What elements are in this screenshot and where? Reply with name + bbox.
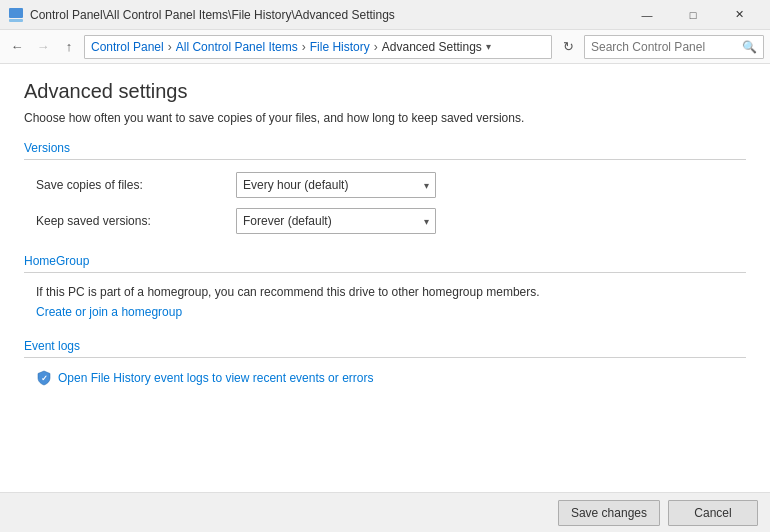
breadcrumb-current: Advanced Settings [382, 40, 482, 54]
title-bar-text: Control Panel\All Control Panel Items\Fi… [30, 8, 624, 22]
save-copies-arrow-icon: ▾ [424, 180, 429, 191]
save-copies-label: Save copies of files: [36, 178, 236, 192]
breadcrumb-dropdown-icon[interactable]: ▾ [486, 41, 491, 52]
svg-rect-0 [9, 8, 23, 18]
keep-versions-row: Keep saved versions: Forever (default) ▾ [24, 208, 746, 234]
keep-versions-arrow-icon: ▾ [424, 216, 429, 227]
homegroup-divider [24, 272, 746, 273]
cancel-button[interactable]: Cancel [668, 500, 758, 526]
minimize-button[interactable]: — [624, 0, 670, 30]
homegroup-section: HomeGroup If this PC is part of a homegr… [24, 254, 746, 319]
create-homegroup-link[interactable]: Create or join a homegroup [24, 305, 182, 319]
keep-versions-value: Forever (default) [243, 214, 332, 228]
search-bar: 🔍 [584, 35, 764, 59]
page-title: Advanced settings [24, 80, 746, 103]
event-log-link[interactable]: Open File History event logs to view rec… [58, 371, 373, 385]
breadcrumb-control-panel[interactable]: Control Panel [91, 40, 164, 54]
versions-header: Versions [24, 141, 746, 159]
window-icon [8, 7, 24, 23]
breadcrumb-file-history[interactable]: File History [310, 40, 370, 54]
search-icon[interactable]: 🔍 [742, 40, 757, 54]
maximize-button[interactable]: □ [670, 0, 716, 30]
save-copies-row: Save copies of files: Every hour (defaul… [24, 172, 746, 198]
save-copies-select[interactable]: Every hour (default) ▾ [236, 172, 436, 198]
forward-button[interactable]: → [32, 36, 54, 58]
page-description: Choose how often you want to save copies… [24, 111, 746, 125]
eventlogs-section: Event logs ✓ Open File History event log… [24, 339, 746, 386]
versions-section: Versions Save copies of files: Every hou… [24, 141, 746, 234]
svg-text:✓: ✓ [41, 374, 48, 383]
save-copies-value: Every hour (default) [243, 178, 348, 192]
eventlogs-header: Event logs [24, 339, 746, 357]
homegroup-description: If this PC is part of a homegroup, you c… [24, 285, 746, 299]
svg-rect-1 [9, 19, 23, 22]
window-controls: — □ ✕ [624, 0, 762, 30]
breadcrumb-all-items[interactable]: All Control Panel Items [176, 40, 298, 54]
back-button[interactable]: ← [6, 36, 28, 58]
main-window: Advanced settings Choose how often you w… [0, 64, 770, 492]
eventlogs-divider [24, 357, 746, 358]
address-bar: ← → ↑ Control Panel › All Control Panel … [0, 30, 770, 64]
versions-divider [24, 159, 746, 160]
keep-versions-select[interactable]: Forever (default) ▾ [236, 208, 436, 234]
content-area: Advanced settings Choose how often you w… [0, 64, 770, 492]
up-button[interactable]: ↑ [58, 36, 80, 58]
homegroup-header: HomeGroup [24, 254, 746, 272]
refresh-button[interactable]: ↻ [556, 35, 580, 59]
shield-icon: ✓ [36, 370, 52, 386]
breadcrumb: Control Panel › All Control Panel Items … [84, 35, 552, 59]
keep-versions-label: Keep saved versions: [36, 214, 236, 228]
title-bar: Control Panel\All Control Panel Items\Fi… [0, 0, 770, 30]
search-input[interactable] [591, 40, 742, 54]
event-log-row: ✓ Open File History event logs to view r… [24, 370, 746, 386]
save-changes-button[interactable]: Save changes [558, 500, 660, 526]
close-button[interactable]: ✕ [716, 0, 762, 30]
bottom-bar: Save changes Cancel [0, 492, 770, 532]
